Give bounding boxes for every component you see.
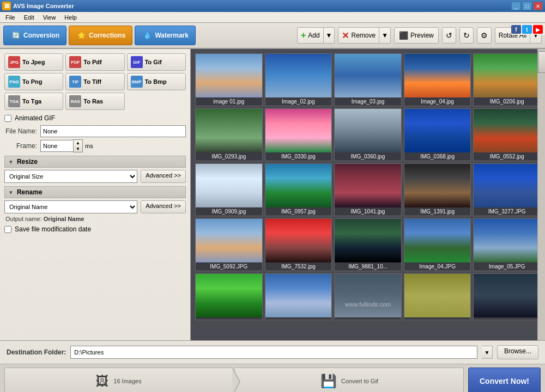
jpeg-icon: JPG bbox=[8, 56, 20, 68]
image-thumb-img1391[interactable]: IMG_1391.jpg bbox=[404, 163, 471, 216]
animated-gif-row: Animated GIF bbox=[4, 114, 186, 122]
thumb-img-img0360 bbox=[335, 109, 401, 152]
rename-select[interactable]: Original Name Custom Name bbox=[4, 200, 137, 213]
image-thumb-img3277[interactable]: IMG_3277.JPG bbox=[473, 163, 541, 216]
thumb-label-img02: Image_02.jpg bbox=[265, 97, 332, 106]
image-thumb-partial1[interactable] bbox=[195, 273, 263, 320]
tab-conversion[interactable]: 🔄 Conversion bbox=[3, 26, 66, 45]
format-btn-png[interactable]: PNG To Png bbox=[4, 73, 63, 90]
tab-corrections[interactable]: ⭐ Corrections bbox=[69, 26, 132, 45]
image-thumb-img04[interactable]: Image_04.jpg bbox=[404, 53, 471, 106]
save-date-checkbox[interactable] bbox=[4, 226, 11, 233]
browse-button[interactable]: Browse... bbox=[497, 345, 538, 359]
format-grid: JPG To Jpeg PDF To Pdf GIF To Gif PNG To… bbox=[4, 53, 186, 110]
image-thumb-img1041[interactable]: IMG_1041.jpg bbox=[334, 163, 402, 216]
rotate-right-button[interactable]: ↻ bbox=[459, 27, 474, 44]
add-dropdown-arrow[interactable]: ▼ bbox=[324, 27, 335, 44]
image-thumb-img0957[interactable]: IMG_0957.jpg bbox=[265, 163, 332, 216]
image-thumb-img9881[interactable]: IMG_9881_10... bbox=[334, 218, 402, 271]
rename-label: Rename bbox=[17, 188, 43, 196]
resize-select[interactable]: Original Size Custom Size 640x480 800x60… bbox=[4, 170, 137, 183]
thumb-label-partial5 bbox=[474, 317, 540, 320]
file-name-label: File Name: bbox=[4, 127, 37, 135]
image-thumb-img0360[interactable]: IMG_0360.jpg bbox=[334, 108, 402, 161]
menu-bar: File Edit View Help f t ▶ bbox=[0, 12, 545, 23]
tab-watermark[interactable]: 💧 Watermark bbox=[135, 26, 196, 45]
rotate-left-button[interactable]: ↺ bbox=[442, 27, 456, 44]
facebook-icon[interactable]: f bbox=[511, 25, 521, 34]
image-thumb-img0552[interactable]: IMG_0552.jpg bbox=[473, 108, 541, 161]
thumb-label-img1041: IMG_1041.jpg bbox=[335, 207, 401, 216]
animated-gif-label[interactable]: Animated GIF bbox=[15, 114, 55, 122]
thumb-label-img03: Image_03.jpg bbox=[335, 97, 401, 106]
frame-spinner-buttons: ▲ ▼ bbox=[73, 139, 83, 152]
menu-edit[interactable]: Edit bbox=[20, 13, 39, 22]
preview-button[interactable]: ⬛ Preview bbox=[394, 27, 439, 44]
image-thumb-img0206[interactable]: IMG_0206.jpg bbox=[473, 53, 541, 106]
format-btn-ras[interactable]: RAS To Ras bbox=[65, 93, 124, 110]
image-thumb-img01[interactable]: image 01.jpg bbox=[195, 53, 263, 106]
preview-icon: ⬛ bbox=[399, 31, 408, 40]
thumb-label-img0552: IMG_0552.jpg bbox=[474, 152, 540, 161]
menu-file[interactable]: File bbox=[1, 13, 20, 22]
image-thumb-partial3[interactable] bbox=[334, 273, 402, 320]
save-date-label[interactable]: Save file modification date bbox=[15, 225, 91, 233]
format-btn-bmp[interactable]: BMP To Bmp bbox=[127, 73, 186, 90]
remove-dropdown-arrow[interactable]: ▼ bbox=[379, 27, 391, 44]
close-button[interactable]: ✕ bbox=[533, 2, 543, 10]
format-btn-gif[interactable]: GIF To Gif bbox=[127, 53, 186, 71]
rename-advanced-button[interactable]: Advanced >> bbox=[141, 200, 186, 213]
preview-label: Preview bbox=[410, 32, 434, 39]
image-thumb-partial5[interactable] bbox=[473, 273, 541, 320]
add-button[interactable]: + Add bbox=[297, 27, 324, 44]
restore-button[interactable]: □ bbox=[522, 2, 532, 10]
image-thumb-partial2[interactable] bbox=[265, 273, 332, 320]
remove-button[interactable]: ✕ Remove bbox=[338, 27, 379, 44]
rotate-settings-button[interactable]: ⚙ bbox=[477, 27, 492, 44]
format-btn-tga[interactable]: TGA To Tga bbox=[4, 93, 63, 110]
menu-view[interactable]: View bbox=[39, 13, 60, 22]
thumb-label-img9881: IMG_9881_10... bbox=[335, 262, 401, 271]
scrollbar-track[interactable] bbox=[537, 49, 545, 340]
file-name-input[interactable] bbox=[40, 125, 186, 137]
format-btn-pdf[interactable]: PDF To Pdf bbox=[65, 53, 124, 71]
frame-increment-button[interactable]: ▲ bbox=[74, 140, 82, 146]
thumb-img-image05 bbox=[474, 219, 540, 262]
twitter-icon[interactable]: t bbox=[522, 25, 532, 34]
resize-advanced-button[interactable]: Advanced >> bbox=[141, 170, 186, 183]
image-thumb-image04[interactable]: Image_04.JPG bbox=[404, 218, 471, 271]
image-thumb-img0293[interactable]: IMG_0293.jpg bbox=[195, 108, 263, 161]
destination-dropdown-arrow[interactable]: ▼ bbox=[482, 346, 493, 359]
image-thumb-img5092[interactable]: IMG_5092.JPG bbox=[195, 218, 263, 271]
scrollbar-thumb[interactable] bbox=[538, 51, 545, 73]
menu-help[interactable]: Help bbox=[60, 13, 81, 22]
animated-gif-checkbox[interactable] bbox=[4, 115, 11, 122]
frame-decrement-button[interactable]: ▼ bbox=[74, 146, 82, 152]
image-thumb-img0368[interactable]: IMG_0368.jpg bbox=[404, 108, 471, 161]
thumb-label-img04: Image_04.jpg bbox=[404, 97, 471, 106]
format-btn-jpeg[interactable]: JPG To Jpeg bbox=[4, 53, 63, 71]
toolbar: 🔄 Conversion ⭐ Corrections 💧 Watermark +… bbox=[0, 23, 545, 49]
right-panel: image 01.jpgImage_02.jpgImage_03.jpgImag… bbox=[191, 49, 545, 340]
image-thumb-img03[interactable]: Image_03.jpg bbox=[334, 53, 402, 106]
thumb-label-img7532: IMG_7532.jpg bbox=[265, 262, 332, 271]
title-bar: 🖼 AVS Image Converter _ □ ✕ bbox=[0, 0, 545, 12]
format-btn-tiff[interactable]: TIF To Tiff bbox=[65, 73, 124, 90]
image-thumb-img02[interactable]: Image_02.jpg bbox=[265, 53, 332, 106]
step2-panel: 💾 Convert to Gif bbox=[235, 367, 464, 392]
image-thumb-img0909[interactable]: IMG_0909.jpg bbox=[195, 163, 263, 216]
image-thumb-img7532[interactable]: IMG_7532.jpg bbox=[265, 218, 332, 271]
image-thumb-partial4[interactable] bbox=[404, 273, 471, 320]
ras-icon: RAS bbox=[69, 95, 81, 107]
frame-input[interactable] bbox=[40, 140, 73, 152]
minimize-button[interactable]: _ bbox=[511, 2, 521, 10]
convert-now-button[interactable]: Convert Now! bbox=[468, 367, 541, 392]
youtube-icon[interactable]: ▶ bbox=[533, 25, 543, 34]
bottom-area: Destination Folder: ▼ Browse... 🖼 16 Ima… bbox=[0, 340, 545, 392]
destination-input[interactable] bbox=[70, 346, 477, 359]
image-thumb-img0330[interactable]: IMG_0330.jpg bbox=[265, 108, 332, 161]
thumb-label-img5092: IMG_5092.JPG bbox=[196, 262, 262, 271]
image-thumb-image05[interactable]: Image_05.JPG bbox=[473, 218, 541, 271]
left-panel: JPG To Jpeg PDF To Pdf GIF To Gif PNG To… bbox=[0, 49, 191, 340]
thumb-img-partial2 bbox=[265, 274, 332, 317]
